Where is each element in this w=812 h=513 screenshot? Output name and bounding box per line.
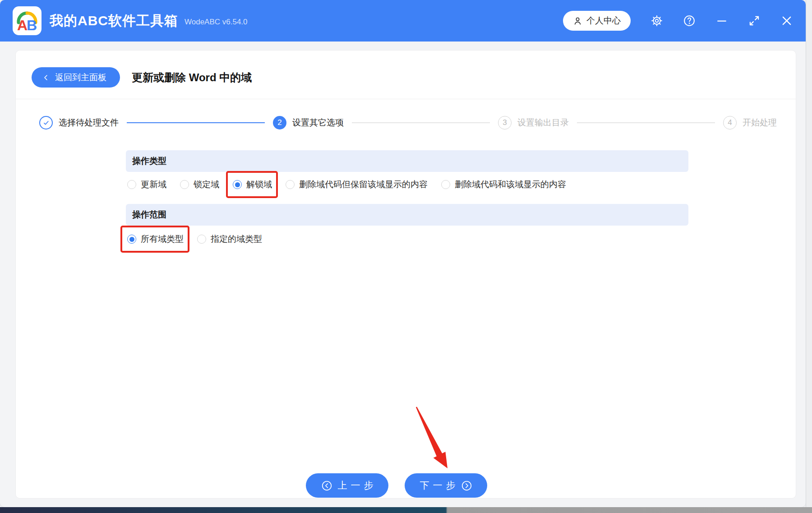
next-circle-icon	[461, 480, 472, 491]
operation-type-options: 更新域 锁定域 解锁域 删除域代码但保留该域显示的内容 删除域代码和该域显示的内…	[127, 179, 566, 190]
app-window: A B 我的ABC软件工具箱 WodeABC v6.54.0 个人中心	[0, 0, 806, 507]
step-connector	[127, 122, 265, 123]
step-2-set-options: 2 设置其它选项	[273, 116, 344, 129]
radio-label: 删除域代码和该域显示的内容	[455, 179, 566, 190]
radio-label: 更新域	[141, 179, 166, 190]
radio-icon[interactable]	[286, 180, 295, 189]
step-label: 开始处理	[743, 117, 777, 129]
section-title: 操作类型	[132, 155, 166, 167]
operation-scope-options: 所有域类型 指定的域类型	[127, 233, 262, 245]
header-divider	[16, 99, 796, 99]
back-button-label: 返回到主面板	[55, 72, 106, 83]
gear-icon[interactable]	[651, 14, 663, 27]
step-number-badge: 3	[498, 116, 512, 129]
desktop-right-sliver	[806, 0, 812, 507]
previous-step-button[interactable]: 上一步	[306, 473, 388, 498]
minimize-icon[interactable]	[715, 14, 728, 27]
user-center-button[interactable]: 个人中心	[563, 11, 631, 31]
maximize-icon[interactable]	[748, 14, 761, 27]
radio-option-all-field-types[interactable]: 所有域类型	[127, 233, 184, 245]
wizard-footer: 上一步 下一步	[306, 473, 487, 498]
step-indicator: 选择待处理文件 2 设置其它选项 3 设置输出目录 4 开始处理	[39, 113, 777, 132]
radio-icon[interactable]	[197, 235, 206, 244]
back-chevron-icon	[42, 74, 50, 81]
radio-icon[interactable]	[441, 180, 450, 189]
step-number-badge: 2	[273, 116, 286, 129]
titlebar-controls: 个人中心	[563, 11, 793, 31]
previous-step-label: 上一步	[338, 479, 377, 492]
step-connector	[577, 122, 715, 123]
radio-label: 锁定域	[194, 179, 219, 190]
radio-label: 指定的域类型	[211, 233, 262, 245]
radio-option-lock-field[interactable]: 锁定域	[180, 179, 219, 190]
app-version: WodeABC v6.54.0	[185, 18, 248, 27]
back-to-main-button[interactable]: 返回到主面板	[32, 67, 120, 88]
step-number-badge: 4	[723, 116, 737, 129]
page-header-row: 返回到主面板 更新或删除 Word 中的域	[32, 67, 252, 88]
radio-option-delete-code-keep-content[interactable]: 删除域代码但保留该域显示的内容	[286, 179, 428, 190]
radio-option-unlock-field[interactable]: 解锁域	[233, 179, 272, 190]
radio-option-delete-code-and-content[interactable]: 删除域代码和该域显示的内容	[441, 179, 566, 190]
step-label: 设置输出目录	[517, 117, 569, 129]
step-label: 设置其它选项	[292, 117, 344, 129]
desktop-bottom-sliver	[0, 507, 812, 513]
app-logo-icon: A B	[13, 6, 42, 35]
next-step-button[interactable]: 下一步	[405, 473, 487, 498]
radio-icon[interactable]	[180, 180, 189, 189]
help-icon[interactable]	[683, 14, 696, 27]
radio-label: 解锁域	[246, 179, 272, 190]
check-icon	[39, 116, 53, 129]
section-operation-type: 操作类型	[126, 150, 688, 172]
step-3-output-dir: 3 设置输出目录	[498, 116, 569, 129]
user-icon	[573, 16, 582, 26]
radio-option-specified-field-types[interactable]: 指定的域类型	[197, 233, 262, 245]
page-title: 更新或删除 Word 中的域	[132, 70, 252, 85]
radio-selected-icon[interactable]	[127, 235, 136, 244]
close-icon[interactable]	[780, 14, 793, 27]
svg-text:B: B	[27, 17, 37, 33]
radio-selected-icon[interactable]	[233, 180, 242, 189]
section-title: 操作范围	[132, 209, 166, 221]
step-1-select-files: 选择待处理文件	[39, 116, 119, 129]
svg-text:A: A	[17, 17, 28, 33]
radio-label: 所有域类型	[141, 233, 184, 245]
main-panel: 返回到主面板 更新或删除 Word 中的域 选择待处理文件 2 设置其它选项	[15, 50, 796, 499]
radio-label: 删除域代码但保留该域显示的内容	[299, 179, 428, 190]
step-4-start-process: 4 开始处理	[723, 116, 777, 129]
radio-icon[interactable]	[127, 180, 136, 189]
section-operation-scope: 操作范围	[126, 204, 688, 226]
titlebar: A B 我的ABC软件工具箱 WodeABC v6.54.0 个人中心	[0, 0, 806, 42]
step-connector	[352, 122, 490, 123]
prev-circle-icon	[321, 480, 332, 491]
app-title: 我的ABC软件工具箱	[50, 12, 178, 30]
radio-option-update-field[interactable]: 更新域	[127, 179, 166, 190]
next-step-label: 下一步	[420, 479, 459, 492]
step-label: 选择待处理文件	[59, 117, 119, 129]
user-center-label: 个人中心	[586, 15, 621, 27]
